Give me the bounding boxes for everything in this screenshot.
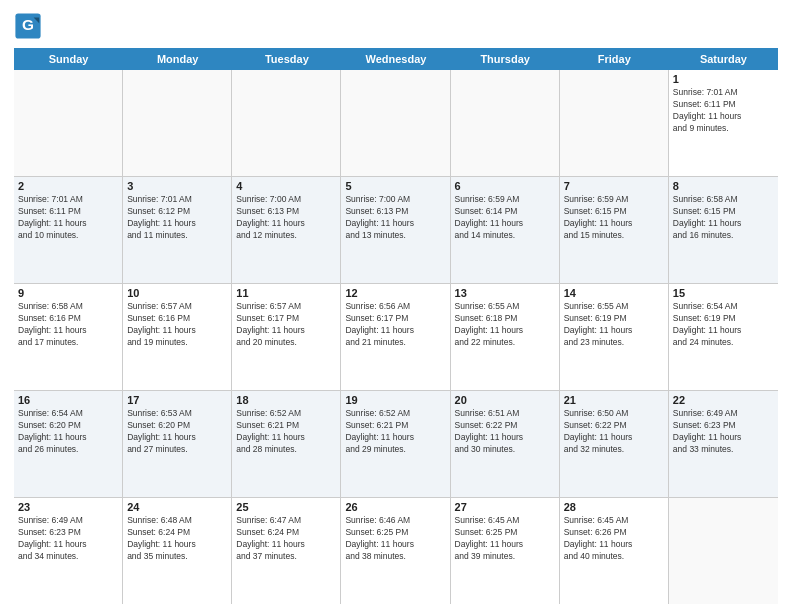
day-number: 17 [127, 394, 227, 406]
day-cell-11: 11Sunrise: 6:57 AM Sunset: 6:17 PM Dayli… [232, 284, 341, 390]
day-header-monday: Monday [123, 48, 232, 70]
day-cell-7: 7Sunrise: 6:59 AM Sunset: 6:15 PM Daylig… [560, 177, 669, 283]
day-number: 15 [673, 287, 774, 299]
logo: G [14, 12, 46, 40]
day-info: Sunrise: 6:49 AM Sunset: 6:23 PM Dayligh… [673, 408, 774, 456]
day-info: Sunrise: 7:00 AM Sunset: 6:13 PM Dayligh… [345, 194, 445, 242]
day-number: 24 [127, 501, 227, 513]
day-cell-empty [669, 498, 778, 604]
day-info: Sunrise: 6:59 AM Sunset: 6:14 PM Dayligh… [455, 194, 555, 242]
day-info: Sunrise: 6:50 AM Sunset: 6:22 PM Dayligh… [564, 408, 664, 456]
day-number: 12 [345, 287, 445, 299]
day-number: 10 [127, 287, 227, 299]
day-cell-20: 20Sunrise: 6:51 AM Sunset: 6:22 PM Dayli… [451, 391, 560, 497]
week-row-3: 9Sunrise: 6:58 AM Sunset: 6:16 PM Daylig… [14, 284, 778, 391]
day-info: Sunrise: 6:45 AM Sunset: 6:25 PM Dayligh… [455, 515, 555, 563]
week-row-4: 16Sunrise: 6:54 AM Sunset: 6:20 PM Dayli… [14, 391, 778, 498]
day-info: Sunrise: 6:47 AM Sunset: 6:24 PM Dayligh… [236, 515, 336, 563]
day-cell-8: 8Sunrise: 6:58 AM Sunset: 6:15 PM Daylig… [669, 177, 778, 283]
day-info: Sunrise: 6:55 AM Sunset: 6:19 PM Dayligh… [564, 301, 664, 349]
day-number: 2 [18, 180, 118, 192]
day-cell-empty [341, 70, 450, 176]
svg-text:G: G [22, 16, 34, 33]
day-info: Sunrise: 6:58 AM Sunset: 6:16 PM Dayligh… [18, 301, 118, 349]
day-cell-27: 27Sunrise: 6:45 AM Sunset: 6:25 PM Dayli… [451, 498, 560, 604]
day-info: Sunrise: 6:54 AM Sunset: 6:19 PM Dayligh… [673, 301, 774, 349]
day-cell-empty [123, 70, 232, 176]
weeks-container: 1Sunrise: 7:01 AM Sunset: 6:11 PM Daylig… [14, 70, 778, 604]
day-cell-empty [14, 70, 123, 176]
day-number: 13 [455, 287, 555, 299]
day-cell-1: 1Sunrise: 7:01 AM Sunset: 6:11 PM Daylig… [669, 70, 778, 176]
day-number: 11 [236, 287, 336, 299]
day-number: 28 [564, 501, 664, 513]
day-number: 26 [345, 501, 445, 513]
day-number: 8 [673, 180, 774, 192]
day-number: 19 [345, 394, 445, 406]
day-info: Sunrise: 6:54 AM Sunset: 6:20 PM Dayligh… [18, 408, 118, 456]
day-cell-5: 5Sunrise: 7:00 AM Sunset: 6:13 PM Daylig… [341, 177, 450, 283]
day-info: Sunrise: 6:56 AM Sunset: 6:17 PM Dayligh… [345, 301, 445, 349]
day-info: Sunrise: 6:49 AM Sunset: 6:23 PM Dayligh… [18, 515, 118, 563]
day-number: 7 [564, 180, 664, 192]
week-row-5: 23Sunrise: 6:49 AM Sunset: 6:23 PM Dayli… [14, 498, 778, 604]
day-header-saturday: Saturday [669, 48, 778, 70]
day-header-thursday: Thursday [451, 48, 560, 70]
calendar-grid: SundayMondayTuesdayWednesdayThursdayFrid… [14, 48, 778, 604]
day-header-wednesday: Wednesday [341, 48, 450, 70]
day-info: Sunrise: 6:46 AM Sunset: 6:25 PM Dayligh… [345, 515, 445, 563]
header-section: G [14, 12, 778, 40]
logo-icon: G [14, 12, 42, 40]
day-info: Sunrise: 7:00 AM Sunset: 6:13 PM Dayligh… [236, 194, 336, 242]
day-cell-24: 24Sunrise: 6:48 AM Sunset: 6:24 PM Dayli… [123, 498, 232, 604]
day-cell-14: 14Sunrise: 6:55 AM Sunset: 6:19 PM Dayli… [560, 284, 669, 390]
day-cell-empty [232, 70, 341, 176]
day-cell-4: 4Sunrise: 7:00 AM Sunset: 6:13 PM Daylig… [232, 177, 341, 283]
day-number: 25 [236, 501, 336, 513]
day-number: 9 [18, 287, 118, 299]
day-header-tuesday: Tuesday [232, 48, 341, 70]
day-number: 3 [127, 180, 227, 192]
day-cell-28: 28Sunrise: 6:45 AM Sunset: 6:26 PM Dayli… [560, 498, 669, 604]
day-cell-empty [560, 70, 669, 176]
day-number: 21 [564, 394, 664, 406]
day-cell-empty [451, 70, 560, 176]
day-cell-16: 16Sunrise: 6:54 AM Sunset: 6:20 PM Dayli… [14, 391, 123, 497]
day-number: 1 [673, 73, 774, 85]
day-info: Sunrise: 6:57 AM Sunset: 6:16 PM Dayligh… [127, 301, 227, 349]
day-info: Sunrise: 6:52 AM Sunset: 6:21 PM Dayligh… [236, 408, 336, 456]
week-row-1: 1Sunrise: 7:01 AM Sunset: 6:11 PM Daylig… [14, 70, 778, 177]
day-cell-9: 9Sunrise: 6:58 AM Sunset: 6:16 PM Daylig… [14, 284, 123, 390]
day-info: Sunrise: 6:53 AM Sunset: 6:20 PM Dayligh… [127, 408, 227, 456]
day-number: 23 [18, 501, 118, 513]
day-cell-23: 23Sunrise: 6:49 AM Sunset: 6:23 PM Dayli… [14, 498, 123, 604]
day-cell-13: 13Sunrise: 6:55 AM Sunset: 6:18 PM Dayli… [451, 284, 560, 390]
day-number: 18 [236, 394, 336, 406]
day-cell-22: 22Sunrise: 6:49 AM Sunset: 6:23 PM Dayli… [669, 391, 778, 497]
day-info: Sunrise: 7:01 AM Sunset: 6:12 PM Dayligh… [127, 194, 227, 242]
day-info: Sunrise: 7:01 AM Sunset: 6:11 PM Dayligh… [673, 87, 774, 135]
week-row-2: 2Sunrise: 7:01 AM Sunset: 6:11 PM Daylig… [14, 177, 778, 284]
day-headers-row: SundayMondayTuesdayWednesdayThursdayFrid… [14, 48, 778, 70]
day-cell-12: 12Sunrise: 6:56 AM Sunset: 6:17 PM Dayli… [341, 284, 450, 390]
day-info: Sunrise: 6:55 AM Sunset: 6:18 PM Dayligh… [455, 301, 555, 349]
day-cell-6: 6Sunrise: 6:59 AM Sunset: 6:14 PM Daylig… [451, 177, 560, 283]
day-info: Sunrise: 6:52 AM Sunset: 6:21 PM Dayligh… [345, 408, 445, 456]
day-cell-15: 15Sunrise: 6:54 AM Sunset: 6:19 PM Dayli… [669, 284, 778, 390]
day-header-friday: Friday [560, 48, 669, 70]
day-cell-21: 21Sunrise: 6:50 AM Sunset: 6:22 PM Dayli… [560, 391, 669, 497]
day-cell-17: 17Sunrise: 6:53 AM Sunset: 6:20 PM Dayli… [123, 391, 232, 497]
day-header-sunday: Sunday [14, 48, 123, 70]
calendar-container: G SundayMondayTuesdayWednesdayThursdayFr… [0, 0, 792, 612]
day-number: 27 [455, 501, 555, 513]
day-info: Sunrise: 6:45 AM Sunset: 6:26 PM Dayligh… [564, 515, 664, 563]
day-number: 16 [18, 394, 118, 406]
day-number: 20 [455, 394, 555, 406]
day-info: Sunrise: 6:58 AM Sunset: 6:15 PM Dayligh… [673, 194, 774, 242]
day-info: Sunrise: 7:01 AM Sunset: 6:11 PM Dayligh… [18, 194, 118, 242]
day-info: Sunrise: 6:48 AM Sunset: 6:24 PM Dayligh… [127, 515, 227, 563]
day-number: 5 [345, 180, 445, 192]
day-cell-18: 18Sunrise: 6:52 AM Sunset: 6:21 PM Dayli… [232, 391, 341, 497]
day-cell-10: 10Sunrise: 6:57 AM Sunset: 6:16 PM Dayli… [123, 284, 232, 390]
day-cell-26: 26Sunrise: 6:46 AM Sunset: 6:25 PM Dayli… [341, 498, 450, 604]
